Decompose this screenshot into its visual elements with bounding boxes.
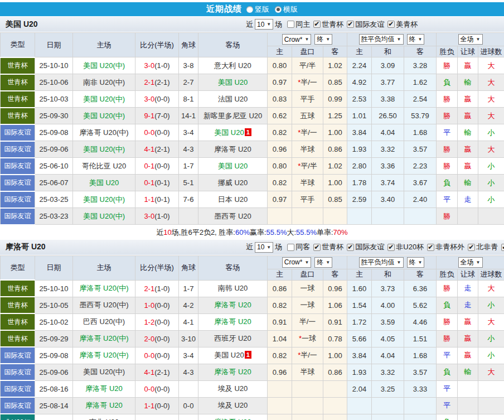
away-team-name: 美国 U20 xyxy=(218,78,248,86)
checkbox-icon[interactable] xyxy=(313,21,321,28)
odds-home-cell xyxy=(268,208,292,225)
corners-cell: 3-10 xyxy=(179,330,198,347)
filter-option[interactable]: 国际友谊 xyxy=(343,20,384,30)
mean-home-cell: 2.24 xyxy=(347,57,372,74)
handicap-result-cell xyxy=(458,397,478,414)
filter-option[interactable]: 世青杯 xyxy=(310,242,343,252)
away-team-name: 美国 U20 xyxy=(218,162,248,170)
score-cell: 0-0(0-0) xyxy=(135,347,179,364)
odds-home-cell: 0.80 xyxy=(268,57,292,74)
mean-select[interactable]: 胜平负均值 xyxy=(359,257,404,268)
result-cell: 勝 xyxy=(437,108,458,124)
date-cell: 25-06-10 xyxy=(35,158,73,175)
odds-source-select[interactable]: Crow* xyxy=(282,257,312,268)
near-label: 近 xyxy=(246,20,253,30)
col-odds-home: 主 xyxy=(268,46,292,57)
corners-cell: 14-1 xyxy=(179,108,198,124)
filter-option[interactable]: 同主 xyxy=(284,20,310,30)
filter-option[interactable]: 北非青 xyxy=(464,242,498,252)
view-mode-radio[interactable]: 横版 xyxy=(275,4,298,15)
mean-home-cell: 1.54 xyxy=(347,297,372,313)
checkbox-icon[interactable] xyxy=(387,21,395,28)
handicap-result-cell: 走 xyxy=(458,191,478,208)
odds-source-select[interactable]: Crow* xyxy=(282,34,312,45)
checkbox-icon[interactable] xyxy=(468,244,475,251)
table-header-row: 类型 日期 主场 比分(半场) 角球 客场 Crow*终 胜平负均值终 全场 xyxy=(1,33,504,46)
mean-home-cell: 2.80 xyxy=(347,158,372,175)
filter-option[interactable]: 世青杯 xyxy=(310,20,343,30)
odds-away-cell: 1.00 xyxy=(323,124,347,141)
table-row: 国际友谊25-06-07美国 U200-1(0-1)5-1挪威 U200.82半… xyxy=(1,175,504,191)
match-type-cell: 世青杯 xyxy=(1,280,35,297)
result-cell: 勝 xyxy=(437,57,458,74)
checkbox-icon[interactable] xyxy=(287,244,294,251)
corners-cell: 1-7 xyxy=(179,158,198,175)
handicap-result-cell: 贏 xyxy=(458,57,478,74)
home-team-cell: 摩洛哥 U20(中) xyxy=(73,347,135,364)
result-cell: 平 xyxy=(437,191,458,208)
final-odds-select[interactable]: 终 xyxy=(314,257,332,268)
home-team-cell: 摩洛哥 U20(中) xyxy=(73,280,135,297)
half-score: (0-0) xyxy=(154,385,169,393)
half-score: (1-0) xyxy=(154,61,169,70)
checkbox-icon[interactable] xyxy=(347,244,354,251)
corners-cell xyxy=(179,380,198,397)
handicap-cell: 平手 xyxy=(292,191,323,208)
filter-option-label: 世青杯 xyxy=(322,20,343,30)
col-type: 类型 xyxy=(1,33,35,57)
filter-option[interactable]: 美青杯 xyxy=(384,20,418,30)
final-mean-select[interactable]: 终 xyxy=(407,257,425,268)
score-cell: 2-1(1-0) xyxy=(135,280,179,297)
summary-part: 近 xyxy=(156,228,163,238)
match-count-select[interactable]: 10 xyxy=(255,19,273,30)
final-odds-select[interactable]: 终 xyxy=(314,34,332,45)
corners-cell: 8-1 xyxy=(179,91,198,108)
filter-option-label: 非U20杯 xyxy=(396,242,424,252)
scope-select[interactable]: 全场 xyxy=(458,257,483,268)
away-team-name: 美国 U20 xyxy=(214,351,244,359)
summary-part: 70% xyxy=(333,228,348,236)
checkbox-icon[interactable] xyxy=(287,21,294,28)
filter-option[interactable]: 国际友谊 xyxy=(343,242,384,252)
checkbox-icon[interactable] xyxy=(387,244,395,251)
filter-option[interactable]: 土伦杯 xyxy=(498,242,504,252)
date-cell: 25-09-06 xyxy=(35,141,73,158)
filter-option[interactable]: 非U20杯 xyxy=(384,242,424,252)
handicap-cell: 五球 xyxy=(292,108,323,124)
radio-icon[interactable] xyxy=(246,6,253,13)
away-team-name: 西班牙 U20 xyxy=(214,334,251,342)
radio-icon[interactable] xyxy=(275,6,282,13)
half-score: (0-0) xyxy=(154,402,169,410)
filter-option[interactable]: 同客 xyxy=(284,242,310,252)
checkbox-icon[interactable] xyxy=(501,244,504,251)
handicap-star: * xyxy=(298,351,301,359)
match-count-select[interactable]: 10 xyxy=(255,242,273,253)
card-badge: 1 xyxy=(245,128,251,136)
corners-cell: 1-7 xyxy=(179,280,198,297)
match-type-cell: 世青杯 xyxy=(1,91,35,108)
score-cell: 3-0(1-0) xyxy=(135,208,179,225)
filter-option[interactable]: 非青杯外 xyxy=(424,242,464,252)
section-header: 摩洛哥 U20 近 10 场 同客世青杯国际友谊非U20杯非青杯外北非青土伦杯阿… xyxy=(0,240,504,255)
odds-away-cell: 0.91 xyxy=(323,313,347,330)
away-team-cell: 新喀里多尼亚 U20 xyxy=(198,108,268,124)
view-mode-radio[interactable]: 竖版 xyxy=(246,4,269,15)
handicap-result-cell: 贏 xyxy=(458,108,478,124)
scope-select[interactable]: 全场 xyxy=(458,34,483,45)
home-team-cell: 美国 U20 xyxy=(73,175,135,191)
col-mean-home: 主 xyxy=(347,46,372,57)
score-cell: 3-0(1-0) xyxy=(135,57,179,74)
final-mean-select[interactable]: 终 xyxy=(407,34,425,45)
checkbox-icon[interactable] xyxy=(427,244,434,251)
odds-home-cell: 0.82 xyxy=(268,297,292,313)
away-team-cell: 摩洛哥 U20 xyxy=(198,364,268,380)
mean-select[interactable]: 胜平负均值 xyxy=(359,34,404,45)
full-score: 4-1 xyxy=(144,145,154,153)
handicap-cell: 半球 xyxy=(292,141,323,158)
goals-result-cell: 小 xyxy=(478,297,504,313)
checkbox-icon[interactable] xyxy=(347,21,354,28)
page-title: 近期战绩 xyxy=(206,4,242,15)
result-cell: 勝 xyxy=(437,141,458,158)
table-row: 国际友谊25-03-23美国 U20(中)3-0(1-0)墨西哥 U20勝 xyxy=(1,208,504,225)
checkbox-icon[interactable] xyxy=(313,244,321,251)
